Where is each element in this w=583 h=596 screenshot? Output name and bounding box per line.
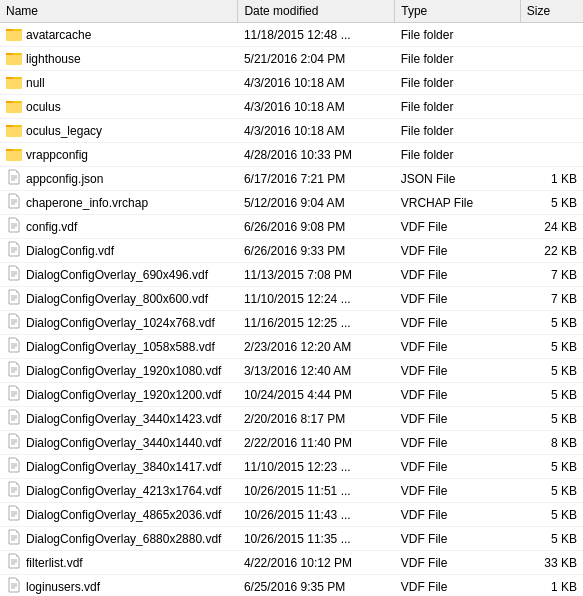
file-name-label: DialogConfigOverlay_690x496.vdf	[26, 268, 208, 282]
file-name-label: config.vdf	[26, 220, 77, 234]
table-row[interactable]: DialogConfigOverlay_4865x2036.vdf 10/26/…	[0, 503, 583, 527]
file-size-cell: 5 KB	[520, 383, 583, 407]
file-icon	[6, 433, 22, 452]
file-icon	[6, 409, 22, 428]
file-name-label: filterlist.vdf	[26, 556, 83, 570]
file-name-label: oculus_legacy	[26, 124, 102, 138]
column-header-size[interactable]: Size	[520, 0, 583, 23]
file-type-cell: VRCHAP File	[395, 191, 520, 215]
folder-icon	[6, 25, 22, 44]
file-icon	[6, 553, 22, 572]
table-row[interactable]: DialogConfigOverlay_1920x1200.vdf 10/24/…	[0, 383, 583, 407]
table-row[interactable]: DialogConfigOverlay_1024x768.vdf 11/16/2…	[0, 311, 583, 335]
file-size-cell: 1 KB	[520, 167, 583, 191]
table-row[interactable]: DialogConfigOverlay_800x600.vdf 11/10/20…	[0, 287, 583, 311]
file-name-label: DialogConfigOverlay_3440x1423.vdf	[26, 412, 221, 426]
file-name-cell: DialogConfigOverlay_1058x588.vdf	[0, 335, 238, 359]
file-icon	[6, 169, 22, 188]
table-row[interactable]: DialogConfigOverlay_3440x1423.vdf 2/20/2…	[0, 407, 583, 431]
file-icon	[6, 289, 22, 308]
file-size-cell: 5 KB	[520, 359, 583, 383]
column-header-name[interactable]: Name	[0, 0, 238, 23]
file-size-cell	[520, 119, 583, 143]
file-type-cell: File folder	[395, 119, 520, 143]
file-type-cell: File folder	[395, 71, 520, 95]
table-row[interactable]: DialogConfigOverlay_690x496.vdf 11/13/20…	[0, 263, 583, 287]
file-date-cell: 6/17/2016 7:21 PM	[238, 167, 395, 191]
table-row[interactable]: config.vdf 6/26/2016 9:08 PM VDF File 24…	[0, 215, 583, 239]
file-date-cell: 5/21/2016 2:04 PM	[238, 47, 395, 71]
table-row[interactable]: vrappconfig 4/28/2016 10:33 PM File fold…	[0, 143, 583, 167]
file-type-cell: JSON File	[395, 167, 520, 191]
table-row[interactable]: null 4/3/2016 10:18 AM File folder	[0, 71, 583, 95]
file-date-cell: 2/20/2016 8:17 PM	[238, 407, 395, 431]
file-date-cell: 10/24/2015 4:44 PM	[238, 383, 395, 407]
file-name-label: oculus	[26, 100, 61, 114]
file-name-cell: avatarcache	[0, 23, 238, 47]
file-name-label: loginusers.vdf	[26, 580, 100, 594]
table-row[interactable]: appconfig.json 6/17/2016 7:21 PM JSON Fi…	[0, 167, 583, 191]
column-header-date[interactable]: Date modified	[238, 0, 395, 23]
table-header: Name Date modified Type Size	[0, 0, 583, 23]
table-row[interactable]: DialogConfigOverlay_4213x1764.vdf 10/26/…	[0, 479, 583, 503]
table-row[interactable]: DialogConfigOverlay_6880x2880.vdf 10/26/…	[0, 527, 583, 551]
table-row[interactable]: DialogConfig.vdf 6/26/2016 9:33 PM VDF F…	[0, 239, 583, 263]
file-type-cell: VDF File	[395, 431, 520, 455]
file-date-cell: 6/26/2016 9:08 PM	[238, 215, 395, 239]
file-date-cell: 2/23/2016 12:20 AM	[238, 335, 395, 359]
file-name-cell: DialogConfigOverlay_1920x1200.vdf	[0, 383, 238, 407]
file-icon	[6, 313, 22, 332]
file-name-label: DialogConfigOverlay_6880x2880.vdf	[26, 532, 221, 546]
file-icon	[6, 217, 22, 236]
file-explorer-table: Name Date modified Type Size avatarcache…	[0, 0, 583, 596]
file-name-label: DialogConfigOverlay_1920x1080.vdf	[26, 364, 221, 378]
table-row[interactable]: oculus_legacy 4/3/2016 10:18 AM File fol…	[0, 119, 583, 143]
file-date-cell: 4/22/2016 10:12 PM	[238, 551, 395, 575]
file-date-cell: 4/3/2016 10:18 AM	[238, 95, 395, 119]
table-row[interactable]: DialogConfigOverlay_3840x1417.vdf 11/10/…	[0, 455, 583, 479]
file-name-cell: oculus	[0, 95, 238, 119]
file-name-cell: oculus_legacy	[0, 119, 238, 143]
file-size-cell: 7 KB	[520, 263, 583, 287]
file-date-cell: 10/26/2015 11:35 ...	[238, 527, 395, 551]
file-size-cell	[520, 143, 583, 167]
file-name-cell: appconfig.json	[0, 167, 238, 191]
file-date-cell: 11/10/2015 12:24 ...	[238, 287, 395, 311]
file-icon	[6, 457, 22, 476]
file-name-cell: DialogConfigOverlay_690x496.vdf	[0, 263, 238, 287]
file-date-cell: 6/25/2016 9:35 PM	[238, 575, 395, 597]
file-date-cell: 4/28/2016 10:33 PM	[238, 143, 395, 167]
file-size-cell: 5 KB	[520, 479, 583, 503]
file-name-label: DialogConfigOverlay_1920x1200.vdf	[26, 388, 221, 402]
table-row[interactable]: DialogConfigOverlay_1058x588.vdf 2/23/20…	[0, 335, 583, 359]
file-name-label: DialogConfigOverlay_1024x768.vdf	[26, 316, 215, 330]
file-type-cell: File folder	[395, 143, 520, 167]
file-type-cell: VDF File	[395, 311, 520, 335]
file-size-cell	[520, 47, 583, 71]
file-name-label: chaperone_info.vrchap	[26, 196, 148, 210]
file-date-cell: 11/10/2015 12:23 ...	[238, 455, 395, 479]
folder-icon	[6, 49, 22, 68]
file-date-cell: 10/26/2015 11:43 ...	[238, 503, 395, 527]
table-row[interactable]: avatarcache 11/18/2015 12:48 ... File fo…	[0, 23, 583, 47]
table-row[interactable]: oculus 4/3/2016 10:18 AM File folder	[0, 95, 583, 119]
file-date-cell: 11/16/2015 12:25 ...	[238, 311, 395, 335]
file-size-cell: 5 KB	[520, 191, 583, 215]
file-name-label: appconfig.json	[26, 172, 103, 186]
file-size-cell: 5 KB	[520, 527, 583, 551]
table-row[interactable]: DialogConfigOverlay_3440x1440.vdf 2/22/2…	[0, 431, 583, 455]
file-date-cell: 2/22/2016 11:40 PM	[238, 431, 395, 455]
file-type-cell: VDF File	[395, 287, 520, 311]
table-row[interactable]: chaperone_info.vrchap 5/12/2016 9:04 AM …	[0, 191, 583, 215]
file-name-cell: DialogConfigOverlay_1920x1080.vdf	[0, 359, 238, 383]
table-row[interactable]: lighthouse 5/21/2016 2:04 PM File folder	[0, 47, 583, 71]
table-row[interactable]: filterlist.vdf 4/22/2016 10:12 PM VDF Fi…	[0, 551, 583, 575]
file-size-cell: 24 KB	[520, 215, 583, 239]
file-type-cell: VDF File	[395, 455, 520, 479]
file-name-label: DialogConfigOverlay_800x600.vdf	[26, 292, 208, 306]
table-row[interactable]: DialogConfigOverlay_1920x1080.vdf 3/13/2…	[0, 359, 583, 383]
file-icon	[6, 385, 22, 404]
file-icon	[6, 361, 22, 380]
table-row[interactable]: loginusers.vdf 6/25/2016 9:35 PM VDF Fil…	[0, 575, 583, 597]
column-header-type[interactable]: Type	[395, 0, 520, 23]
